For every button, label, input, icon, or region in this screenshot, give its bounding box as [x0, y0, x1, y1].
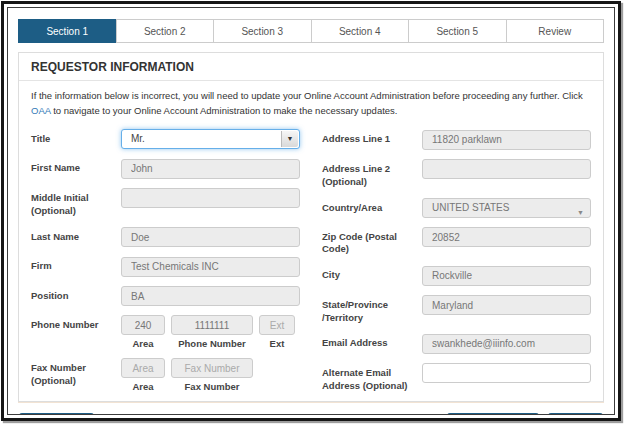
title-select[interactable]: Mr. ▼ — [121, 129, 300, 149]
tab-review[interactable]: Review — [506, 19, 605, 43]
fax-number-label: Fax Number (Optional) — [31, 358, 121, 392]
field-row-city: City — [322, 265, 591, 286]
country-area-label: Country/Area — [322, 198, 422, 218]
chevron-down-icon[interactable]: ▼ — [281, 131, 298, 147]
field-row-country: Country/Area UNITED STATES ▼ — [322, 198, 591, 218]
tab-section-1[interactable]: Section 1 — [18, 19, 117, 43]
field-row-phone: Phone Number Area Phone Number — [31, 315, 300, 349]
field-row-title: Title Mr. ▼ — [31, 129, 300, 149]
field-row-address1: Address Line 1 — [322, 129, 591, 150]
fax-number-field[interactable] — [171, 358, 253, 378]
address-line-2-field — [422, 159, 591, 179]
phone-number-sublabel: Phone Number — [178, 338, 246, 349]
phone-number-label: Phone Number — [31, 315, 121, 349]
fax-area-field[interactable] — [121, 358, 165, 378]
address-line-2-label: Address Line 2 (Optional) — [322, 159, 422, 189]
state-province-label: State/Province /Territory — [322, 295, 422, 325]
position-field — [121, 286, 300, 306]
first-name-label: First Name — [31, 158, 121, 179]
state-province-field — [422, 295, 591, 315]
footer-bar: ❮ Previous Save & Exit Next ❯ — [17, 403, 605, 415]
tab-section-4[interactable]: Section 4 — [311, 19, 410, 43]
field-row-email: Email Address — [322, 333, 591, 354]
requestor-information-panel: REQUESTOR INFORMATION If the information… — [18, 52, 604, 402]
last-name-label: Last Name — [31, 227, 121, 248]
info-text-after: to navigate to your Online Account Admin… — [51, 105, 398, 116]
title-label: Title — [31, 129, 121, 149]
city-label: City — [322, 265, 422, 286]
page: Section 1 Section 2 Section 3 Section 4 … — [7, 7, 615, 415]
next-button[interactable]: Next ❯ — [548, 413, 603, 415]
field-row-position: Position — [31, 286, 300, 307]
field-row-zip: Zip Code (Postal Code) — [322, 227, 591, 257]
middle-initial-label: Middle Initial (Optional) — [31, 188, 121, 218]
fax-number-sublabel: Fax Number — [185, 381, 240, 392]
previous-button[interactable]: ❮ Previous — [19, 413, 94, 415]
alternate-email-field[interactable] — [422, 363, 591, 383]
phone-ext-sublabel: Ext — [270, 338, 285, 349]
phone-number-field — [171, 315, 253, 335]
field-row-last-name: Last Name — [31, 227, 300, 248]
email-address-field — [422, 334, 591, 354]
field-row-middle-initial: Middle Initial (Optional) — [31, 188, 300, 218]
zip-code-label: Zip Code (Postal Code) — [322, 227, 422, 257]
page-title: REQUESTOR INFORMATION — [19, 53, 603, 81]
footer-right-buttons: Save & Exit Next ❯ — [447, 413, 603, 415]
screenshot-frame: Section 1 Section 2 Section 3 Section 4 … — [1, 1, 621, 421]
field-row-state: State/Province /Territory — [322, 295, 591, 325]
country-select: UNITED STATES ▼ — [422, 198, 591, 218]
field-row-alt-email: Alternate Email Address (Optional) — [322, 363, 591, 393]
phone-ext-field[interactable] — [259, 315, 295, 335]
firm-field — [121, 257, 300, 277]
field-row-firm: Firm — [31, 256, 300, 277]
field-row-address2: Address Line 2 (Optional) — [322, 159, 591, 189]
address-line-1-label: Address Line 1 — [322, 129, 422, 150]
tab-section-2[interactable]: Section 2 — [116, 19, 215, 43]
chevron-down-icon: ▼ — [577, 204, 584, 222]
first-name-field — [121, 159, 300, 179]
oaa-link[interactable]: OAA — [31, 105, 51, 116]
address-line-1-field — [422, 130, 591, 150]
middle-initial-field — [121, 188, 300, 208]
phone-area-sublabel: Area — [132, 338, 153, 349]
field-row-fax: Fax Number (Optional) Area Fax Number — [31, 358, 300, 392]
wizard-tabs: Section 1 Section 2 Section 3 Section 4 … — [18, 19, 604, 43]
position-label: Position — [31, 286, 121, 307]
title-select-value: Mr. — [131, 133, 145, 144]
tab-section-3[interactable]: Section 3 — [213, 19, 312, 43]
requestor-form: Title Mr. ▼ First Name Middle Initial (O… — [19, 120, 603, 401]
save-and-exit-button[interactable]: Save & Exit — [447, 413, 538, 415]
form-column-left: Title Mr. ▼ First Name Middle Initial (O… — [31, 129, 320, 401]
zip-code-field — [422, 227, 591, 247]
info-text-before: If the information below is incorrect, y… — [31, 90, 583, 101]
fax-area-sublabel: Area — [132, 381, 153, 392]
country-select-value: UNITED STATES — [432, 202, 509, 213]
city-field — [422, 266, 591, 286]
phone-area-field — [121, 315, 165, 335]
tab-section-5[interactable]: Section 5 — [408, 19, 507, 43]
last-name-field — [121, 227, 300, 247]
email-address-label: Email Address — [322, 333, 422, 354]
info-text: If the information below is incorrect, y… — [19, 81, 603, 120]
form-column-right: Address Line 1 Address Line 2 (Optional)… — [320, 129, 591, 401]
firm-label: Firm — [31, 256, 121, 277]
alternate-email-label: Alternate Email Address (Optional) — [322, 363, 422, 393]
field-row-first-name: First Name — [31, 158, 300, 179]
